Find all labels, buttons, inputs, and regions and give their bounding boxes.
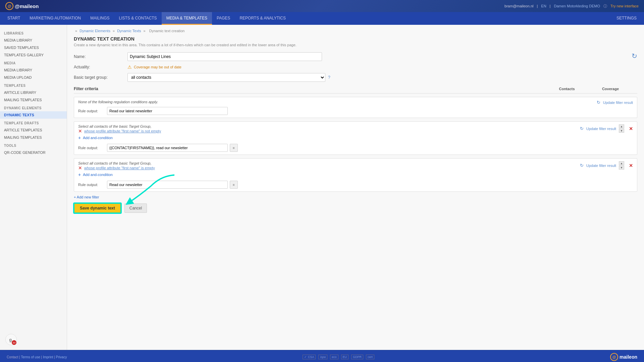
update-filter-link-3[interactable]: Update filter result [586,164,616,168]
g-badge[interactable]: g. 30 [5,334,17,345]
name-input[interactable] [127,52,322,61]
footer-terms[interactable]: Terms of use [21,355,40,359]
rule-output-row-3: Rule output: ≡ [78,181,633,189]
sidebar-item-saved-templates[interactable]: SAVED TEMPLATES [0,44,67,51]
sidebar-item-article-templates[interactable]: ARTICLE TEMPLATES [0,126,67,134]
nav-media[interactable]: MEDIA & TEMPLATES [162,12,212,25]
breadcrumb: » Dynamic Elements » Dynamic Texts » Dyn… [74,29,637,33]
update-filter-icon-1: ↻ [597,100,600,105]
remove-block-3[interactable]: ✕ [629,163,633,168]
breadcrumb-dynamic-elements[interactable]: Dynamic Elements [79,29,110,33]
target-group-label: Basic target group: [74,75,127,80]
chevron-up-3[interactable]: ▲ [619,161,624,165]
footer-links: Contact | Terms of use | Imprint | Priva… [7,355,67,359]
filter-block-1-title: None of the following regulation conditi… [78,100,158,104]
sidebar-item-media-library-2[interactable]: MEDIA LIBRARY [0,66,67,74]
save-button[interactable]: Save dynamic text [74,203,121,213]
rule-output-label-3: Rule output: [78,183,105,187]
filter-block-2-chevrons: ▲ ▼ [619,124,624,133]
filter-block-2: Select all contacts of the basic Target … [74,121,637,155]
sidebar-section-tools: Tools [0,141,67,149]
sidebar-item-dynamic-texts[interactable]: DYNAMIC TEXTS [0,111,67,119]
sidebar-item-media-upload[interactable]: MEDIA UPLOAD [0,74,67,81]
footer-badges: ✓ CSA ispa eco EU GDPR cert [303,355,374,359]
actuality-label: Actuality: [74,65,127,69]
main-content: » Dynamic Elements » Dynamic Texts » Dyn… [67,25,644,350]
target-group-select[interactable]: all contacts [127,73,325,82]
rule-output-btn-3[interactable]: ≡ [230,181,238,189]
sidebar: Libraries MEDIA LIBRARY SAVED TEMPLATES … [0,25,67,350]
sidebar-item-article-library[interactable]: ARTICLE LIBRARY [0,89,67,96]
logo: @ @maileon [5,2,39,10]
lang-link[interactable]: EN [541,4,546,8]
filter-block-1-actions: ↻ Update filter result [597,100,633,105]
try-new-link[interactable]: Try new interface [610,4,639,8]
chevron-down-3[interactable]: ▼ [619,166,624,170]
add-new-filter[interactable]: + Add new filter [74,195,637,199]
condition-row-2: ✕ whose profile attribute "first name" i… [78,128,580,134]
chevron-up-2[interactable]: ▲ [619,124,624,128]
filter-block-1: None of the following regulation conditi… [74,97,637,118]
sidebar-section-media: Media [0,59,67,66]
remove-condition-icon-3[interactable]: ✕ [78,165,82,171]
brand-name: @maileon [15,3,39,9]
add-condition-row-2: + Add and-condition [78,135,580,140]
rule-output-label-1: Rule output: [78,109,105,113]
sidebar-item-mailing-templates-1[interactable]: MAILING TEMPLATES [0,96,67,104]
filter-criteria-header: Filter criteria Contacts Coverage [74,86,637,94]
nav-mailings[interactable]: MAILINGS [86,12,114,25]
chevron-down-2[interactable]: ▼ [619,129,624,133]
footer-contact[interactable]: Contact [7,355,18,359]
rule-output-input-2[interactable] [107,144,228,152]
filter-block-2-header: Select all contacts of the basic Target … [78,124,633,142]
rule-output-row-2: Rule output: ≡ [78,144,633,152]
footer-privacy[interactable]: Privacy [56,355,67,359]
at-icon: @ [5,2,13,10]
rule-output-label-2: Rule output: [78,146,105,150]
main-refresh-icon[interactable]: ↻ [632,52,637,60]
nav-marketing[interactable]: MARKETING AUTOMATION [25,12,86,25]
main-nav: START MARKETING AUTOMATION MAILINGS LIST… [0,12,644,25]
cancel-button[interactable]: Cancel [124,203,147,213]
nav-pages[interactable]: PAGES [212,12,235,25]
remove-block-2[interactable]: ✕ [629,126,633,131]
add-condition-link-3[interactable]: Add and-condition [83,173,113,177]
filter-block-3-title: Select all contacts of the basic Target … [78,161,580,165]
target-group-help-icon[interactable]: ? [328,75,330,80]
breadcrumb-current: Dynamic text creation [149,29,185,33]
update-filter-link-1[interactable]: Update filter result [603,101,633,105]
nav-reports[interactable]: REPORTS & ANALYTICS [235,12,290,25]
actuality-warning-text: Coverage may be out of date [134,65,181,69]
warning-icon: ⚠ [127,64,132,70]
help-icon[interactable]: ⓘ [603,4,607,9]
condition-link-3[interactable]: whose profile attribute "first name" is … [84,166,155,170]
breadcrumb-dynamic-texts[interactable]: Dynamic Texts [117,29,141,33]
nav-start[interactable]: START [3,12,25,25]
sidebar-item-mailing-templates-2[interactable]: MAILING TEMPLATES [0,134,67,141]
rule-output-input-3[interactable] [107,181,228,189]
condition-link-2[interactable]: whose profile attribute "first name" is … [84,129,161,133]
name-label: Name: [74,54,127,59]
add-condition-plus-3: + [78,172,81,177]
badge-count: 30 [12,340,16,345]
update-filter-link-2[interactable]: Update filter result [586,127,616,131]
app-body: Libraries MEDIA LIBRARY SAVED TEMPLATES … [0,25,644,350]
rule-output-input-1[interactable] [107,107,228,115]
sidebar-item-media-library-1[interactable]: MEDIA LIBRARY [0,37,67,44]
add-condition-link-2[interactable]: Add and-condition [83,136,113,140]
filter-block-3-chevrons: ▲ ▼ [619,161,624,170]
update-filter-icon-2: ↻ [580,126,584,131]
filter-block-1-header: None of the following regulation conditi… [78,100,633,105]
filter-block-2-title: Select all contacts of the basic Target … [78,124,580,128]
rule-output-btn-2[interactable]: ≡ [230,144,238,152]
form-actuality-row: Actuality: ⚠ Coverage may be out of date [74,64,637,70]
top-bar-right: bram@maileon.nl | EN | Damen Motorkledin… [504,4,639,9]
nav-settings[interactable]: SETTINGS [612,12,641,25]
update-filter-icon-3: ↻ [580,163,584,168]
sidebar-item-templates-gallery[interactable]: TEMPLATES GALLERY [0,51,67,59]
company-link[interactable]: Damen Motorkleding DEMO [554,4,600,8]
remove-condition-icon-2[interactable]: ✕ [78,128,82,134]
footer-imprint[interactable]: Imprint [43,355,53,359]
nav-lists[interactable]: LISTS & CONTACTS [114,12,162,25]
sidebar-item-qr-generator[interactable]: QR-CODE GENERATOR [0,149,67,156]
